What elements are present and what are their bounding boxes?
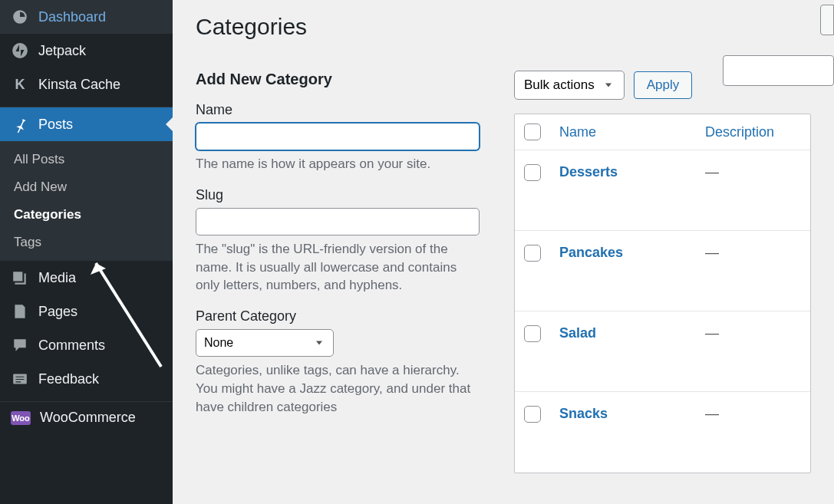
select-all-checkbox[interactable] [524,124,541,140]
table-header-row: Name Description [515,114,810,150]
jetpack-icon [11,41,29,60]
sidebar-item-posts[interactable]: Posts [0,107,173,141]
sidebar-separator [0,396,173,402]
admin-sidebar: Dashboard Jetpack K Kinsta Cache Posts A… [0,0,173,504]
category-link[interactable]: Snacks [559,406,608,421]
sidebar-item-woocommerce[interactable]: Woo WooCommerce [0,402,173,433]
bulk-actions-select[interactable]: Bulk actions [514,71,625,100]
col-header-name[interactable]: Name [559,124,596,140]
submenu-all-posts[interactable]: All Posts [0,146,173,173]
feedback-icon [11,370,29,388]
submenu-add-new[interactable]: Add New [0,173,173,201]
sidebar-item-label: Comments [38,338,105,354]
table-row: Pancakes — [515,231,810,311]
page-title: Categories [196,14,811,40]
parent-help: Categories, unlike tags, can have a hier… [196,361,480,416]
submenu-tags[interactable]: Tags [0,229,173,256]
pin-icon [11,115,29,133]
main-content: Categories Add New Category Name The nam… [173,0,834,504]
parent-select-value: None [204,336,233,350]
description-cell: — [705,406,719,421]
sidebar-item-media[interactable]: Media [0,261,173,295]
submenu-categories[interactable]: Categories [0,201,173,229]
sidebar-item-label: Dashboard [38,9,106,25]
sidebar-item-pages[interactable]: Pages [0,295,173,328]
chevron-down-icon [313,337,325,349]
form-heading: Add New Category [196,71,480,88]
posts-submenu: All Posts Add New Categories Tags [0,141,173,261]
sidebar-item-label: Media [38,270,76,286]
description-cell: — [705,164,719,180]
row-checkbox[interactable] [524,406,541,423]
sidebar-item-comments[interactable]: Comments [0,328,173,362]
slug-input[interactable] [196,208,480,236]
parent-label: Parent Category [196,308,480,324]
sidebar-item-feedback[interactable]: Feedback [0,362,173,396]
sidebar-item-jetpack[interactable]: Jetpack [0,34,173,68]
add-category-form: Add New Category Name The name is how it… [196,71,480,473]
sidebar-item-dashboard[interactable]: Dashboard [0,0,173,34]
search-input[interactable] [723,55,834,86]
name-help: The name is how it appears on your site. [196,155,480,173]
row-checkbox[interactable] [524,245,541,262]
slug-help: The "slug" is the URL-friendly version o… [196,240,480,295]
table-row: Desserts — [515,150,810,231]
bulk-actions-label: Bulk actions [524,77,595,93]
dashboard-icon [11,8,29,26]
name-label: Name [196,102,480,118]
sidebar-item-label: WooCommerce [40,410,136,426]
category-link[interactable]: Pancakes [559,245,623,260]
woocommerce-icon: Woo [11,411,31,425]
screen-options-button[interactable] [820,5,834,35]
category-link[interactable]: Salad [559,325,596,341]
parent-select[interactable]: None [196,329,334,357]
name-input[interactable] [196,123,480,150]
sidebar-item-label: Posts [38,117,73,133]
categories-table: Name Description Desserts — Pancakes — S… [514,114,811,473]
sidebar-item-label: Pages [38,304,77,320]
sidebar-item-label: Jetpack [38,43,86,59]
sidebar-item-label: Feedback [38,371,99,387]
slug-label: Slug [196,187,480,203]
sidebar-item-kinsta-cache[interactable]: K Kinsta Cache [0,68,173,101]
col-header-description[interactable]: Description [705,124,774,140]
table-row: Salad — [515,311,810,392]
sidebar-item-label: Kinsta Cache [38,77,120,93]
table-row: Snacks — [515,392,810,473]
description-cell: — [705,325,719,341]
kinsta-icon: K [11,75,29,94]
chevron-down-icon [602,79,615,91]
row-checkbox[interactable] [524,325,541,342]
comment-icon [11,336,29,354]
pages-icon [11,302,29,321]
sidebar-separator [0,101,173,107]
row-checkbox[interactable] [524,164,541,181]
apply-button[interactable]: Apply [634,71,693,99]
description-cell: — [705,245,719,260]
svg-point-0 [12,43,28,58]
category-link[interactable]: Desserts [559,164,618,180]
media-icon [11,268,29,287]
